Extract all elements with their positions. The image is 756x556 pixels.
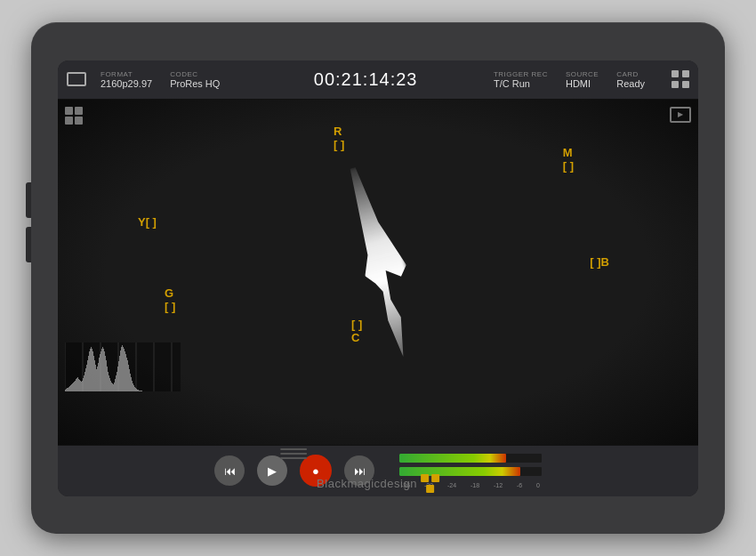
vectorscope-label-g: G[ ] [165, 286, 175, 313]
format-group: FORMAT 2160p29.97 [101, 70, 152, 89]
play-button[interactable]: ▶ [257, 455, 287, 486]
meter-fill-ch1 [399, 454, 506, 463]
vectorscope-label-r: R[ ] [334, 125, 344, 151]
card-label: CARD [616, 70, 645, 78]
card-group: CARD Ready [616, 70, 645, 89]
monitor-icon [67, 72, 86, 86]
format-value: 2160p29.97 [101, 78, 152, 89]
meter-bar-bg-ch1 [399, 454, 542, 463]
record-overlay-icon[interactable]: ▶ [670, 107, 691, 123]
scope-select-icon[interactable] [65, 107, 83, 125]
format-label: FORMAT [101, 70, 152, 78]
viewport: R[ ] M[ ] [ ]B [ ]C G[ ] Y[ ] ▶ [58, 100, 698, 445]
skip-back-button[interactable]: ⏮ [214, 455, 245, 486]
vectorscope-label-c: [ ]C [351, 318, 362, 344]
codec-value: ProRes HQ [170, 78, 220, 89]
codec-group: CODEC ProRes HQ [170, 70, 220, 89]
source-label: SOURCE [566, 70, 599, 78]
speaker-grille [280, 448, 307, 459]
brand-logo [421, 474, 439, 493]
header-bar: FORMAT 2160p29.97 CODEC ProRes HQ 00:21:… [58, 60, 698, 100]
vectorscope-label-m: M[ ] [563, 146, 574, 173]
device-body: FORMAT 2160p29.97 CODEC ProRes HQ 00:21:… [31, 22, 725, 534]
source-value: HDMI [566, 78, 599, 89]
vectorscope-label-y: Y[ ] [138, 215, 157, 229]
trigger-rec-value: T/C Run [494, 78, 548, 89]
side-button-1[interactable] [26, 182, 31, 218]
audio-meter-ch1 [399, 454, 542, 463]
card-value: Ready [616, 78, 645, 89]
brand-container: Blackmagicdesign [317, 474, 439, 493]
grid-icon [672, 70, 689, 88]
trigger-rec-group: TRIGGER REC T/C Run [494, 70, 548, 89]
timecode-display: 00:21:14:23 [314, 69, 418, 90]
trigger-rec-label: TRIGGER REC [494, 70, 548, 78]
side-button-2[interactable] [26, 227, 31, 262]
brand-name: Blackmagicdesign [317, 477, 417, 490]
codec-label: CODEC [170, 70, 220, 78]
vectorscope-label-b: [ ]B [590, 255, 609, 269]
screen-bezel: FORMAT 2160p29.97 CODEC ProRes HQ 00:21:… [58, 60, 698, 496]
source-group: SOURCE HDMI [566, 70, 599, 89]
histogram [65, 342, 181, 391]
